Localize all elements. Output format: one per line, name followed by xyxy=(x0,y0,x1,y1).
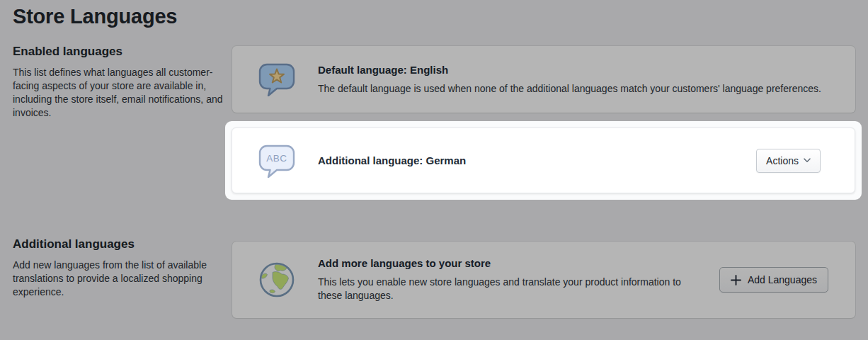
actions-button-label: Actions xyxy=(766,155,799,166)
additional-language-card-text: Additional language: German xyxy=(318,154,466,167)
additional-language-card-title: Additional language: German xyxy=(318,154,466,167)
spotlight-highlight: ABC Additional language: German Actions xyxy=(225,121,862,200)
actions-button[interactable]: Actions xyxy=(756,149,821,173)
additional-language-card: ABC Additional language: German Actions xyxy=(232,128,855,193)
abc-speech-bubble-icon: ABC xyxy=(258,144,295,178)
abc-icon-text: ABC xyxy=(266,153,287,164)
chevron-down-icon xyxy=(804,158,811,163)
